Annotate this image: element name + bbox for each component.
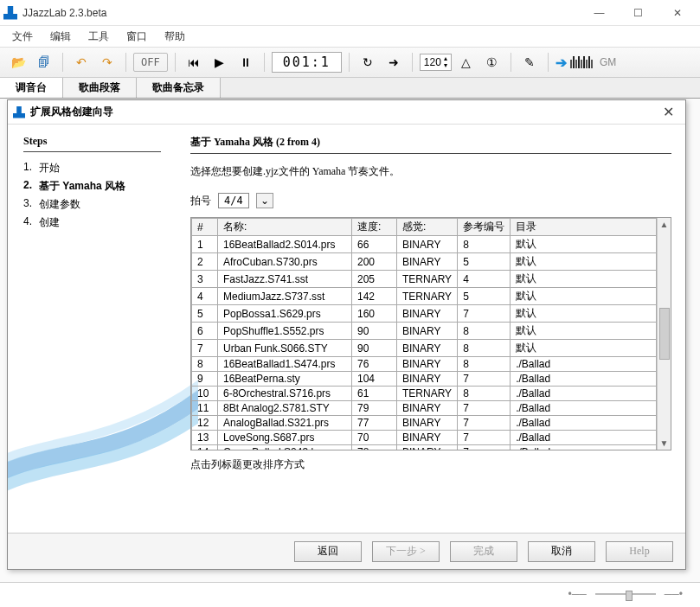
countin-icon[interactable]: ①	[481, 51, 504, 73]
pause-icon[interactable]: ⏸	[234, 51, 257, 73]
next-button[interactable]: 下一步 >	[372, 541, 440, 562]
zoom-out-icon[interactable]: •──	[568, 588, 587, 600]
table-row[interactable]: 14OrganBallad.S043.bcs78BINARY7./Ballad	[192, 445, 657, 450]
titlebar: JJazzLab 2.3.beta ― ☐ ✕	[0, 0, 700, 26]
keyboard-icon[interactable]	[570, 56, 593, 68]
steps-list: 1.开始2.基于 Yamaha 风格3.创建参数4.创建	[23, 159, 161, 232]
menu-file[interactable]: 文件	[5, 28, 40, 46]
timesig-label: 拍号	[190, 194, 211, 208]
midi-out-arrow-icon: ➔	[556, 54, 567, 71]
table-row[interactable]: 5PopBossa1.S629.prs160BINARY7默认	[192, 305, 657, 323]
table-row[interactable]: 816BeatBallad1.S474.prs76BINARY8./Ballad	[192, 357, 657, 372]
table-row[interactable]: 2AfroCuban.S730.prs200BINARY5默认	[192, 253, 657, 271]
table-row[interactable]: 7Urban Funk.S066.STY90BINARY8默认	[192, 340, 657, 357]
table-row[interactable]: 916BeatPerna.sty104BINARY7./Ballad	[192, 372, 657, 387]
wizard-step[interactable]: 2.基于 Yamaha 风格	[23, 177, 161, 195]
steps-heading: Steps	[23, 135, 161, 148]
wizard-step[interactable]: 4.创建	[23, 214, 161, 232]
cancel-button[interactable]: 取消	[528, 541, 595, 562]
scroll-up-icon[interactable]: ▲	[660, 220, 669, 229]
table-scrollbar[interactable]: ▲ ▼	[657, 218, 671, 450]
dialog-close-icon[interactable]: ✕	[656, 104, 680, 120]
menu-window[interactable]: 窗口	[119, 28, 154, 46]
finish-button[interactable]: 完成	[450, 541, 517, 562]
open-icon[interactable]: 📂	[7, 51, 29, 73]
table-row[interactable]: 106-8Orchestral.S716.prs61TERNARY8./Ball…	[192, 387, 657, 401]
decorative-swoosh	[8, 351, 198, 507]
zoom-slider[interactable]	[595, 593, 656, 595]
timesig-value[interactable]: 4/4	[218, 193, 249, 208]
tab-songparts[interactable]: 歌曲段落	[63, 78, 137, 98]
tempo-field[interactable]: 120▴▾	[420, 54, 452, 71]
table-row[interactable]: 12AnalogBallad.S321.prs77BINARY7./Ballad	[192, 416, 657, 431]
metronome-icon[interactable]: △	[455, 51, 478, 73]
tab-mixer[interactable]: 调音台	[0, 78, 63, 98]
col-tempo[interactable]: 速度:	[352, 219, 397, 236]
close-button[interactable]: ✕	[658, 0, 697, 26]
gm-label: GM	[600, 56, 616, 68]
wizard-content: 基于 Yamaha 风格 (2 from 4) 选择您想要创建.yjz文件的 Y…	[177, 125, 685, 533]
table-row[interactable]: 118Bt Analog2.S781.STY79BINARY7./Ballad	[192, 401, 657, 416]
col-ref[interactable]: 参考编号	[458, 219, 511, 236]
save-icon[interactable]: 🗐	[33, 51, 55, 73]
wizard-dialog: 扩展风格创建向导 ✕ Steps 1.开始2.基于 Yamaha 风格3.创建参…	[7, 99, 686, 570]
col-name[interactable]: 名称:	[218, 219, 352, 236]
styles-table-container: # 名称: 速度: 感觉: 参考编号 目录 116BeatBallad2.S01…	[190, 217, 671, 450]
table-row[interactable]: 6PopShuffle1.S552.prs90BINARY8默认	[192, 323, 657, 340]
play-icon[interactable]: ▶	[209, 51, 231, 73]
edit-icon[interactable]: ✎	[518, 51, 541, 73]
col-index[interactable]: #	[192, 219, 218, 236]
maximize-button[interactable]: ☐	[619, 0, 658, 26]
timesig-dropdown-icon[interactable]: ⌄	[256, 193, 273, 208]
scroll-down-icon[interactable]: ▼	[660, 438, 669, 448]
table-row[interactable]: 4MediumJazz.S737.sst142TERNARY5默认	[192, 288, 657, 305]
editor-tabs: 调音台 歌曲段落 歌曲备忘录	[0, 78, 700, 99]
menu-help[interactable]: 帮助	[157, 28, 192, 46]
dialog-buttons: 返回 下一步 > 完成 取消 Help	[8, 533, 685, 569]
menubar: 文件 编辑 工具 窗口 帮助	[0, 26, 700, 47]
minimize-button[interactable]: ―	[580, 0, 619, 26]
styles-table[interactable]: # 名称: 速度: 感觉: 参考编号 目录 116BeatBallad2.S01…	[191, 218, 657, 450]
app-icon	[3, 6, 17, 20]
wizard-step[interactable]: 3.创建参数	[23, 195, 161, 214]
help-button[interactable]: Help	[606, 541, 673, 562]
redo-icon[interactable]: ↷	[96, 51, 119, 73]
window-title: JJazzLab 2.3.beta	[22, 7, 580, 19]
off-button[interactable]: OFF	[133, 53, 168, 72]
content-description: 选择您想要创建.yjz文件的 Yamaha 节奏文件。	[190, 164, 671, 179]
menu-edit[interactable]: 编辑	[43, 28, 78, 46]
loop-icon[interactable]: ↻	[356, 51, 379, 73]
table-row[interactable]: 116BeatBallad2.S014.prs66BINARY8默认	[192, 236, 657, 253]
tab-memo[interactable]: 歌曲备忘录	[137, 78, 221, 98]
dialog-title: 扩展风格创建向导	[30, 105, 656, 119]
col-feel[interactable]: 感觉:	[397, 219, 458, 236]
song-position: 001:1	[272, 52, 342, 73]
sort-hint: 点击列标题更改排序方式	[190, 457, 671, 472]
content-heading: 基于 Yamaha 风格 (2 from 4)	[190, 135, 671, 150]
wizard-sidebar: Steps 1.开始2.基于 Yamaha 风格3.创建参数4.创建	[8, 125, 177, 533]
undo-icon[interactable]: ↶	[70, 51, 93, 73]
dialog-titlebar: 扩展风格创建向导 ✕	[8, 100, 685, 125]
statusbar: •── ──•	[0, 583, 700, 605]
zoom-in-icon[interactable]: ──•	[665, 588, 683, 600]
col-dir[interactable]: 目录	[511, 219, 657, 236]
scroll-thumb[interactable]	[659, 308, 670, 360]
back-button[interactable]: 返回	[294, 541, 362, 562]
rewind-icon[interactable]: ⏮	[183, 51, 205, 73]
table-row[interactable]: 3FastJazz.S741.sst205TERNARY4默认	[192, 271, 657, 288]
wizard-step[interactable]: 1.开始	[23, 159, 161, 177]
dialog-icon	[13, 106, 25, 118]
menu-tools[interactable]: 工具	[81, 28, 116, 46]
table-row[interactable]: 13LoveSong.S687.prs70BINARY7./Ballad	[192, 431, 657, 445]
toolbar: 📂 🗐 ↶ ↷ OFF ⏮ ▶ ⏸ 001:1 ↻ ➜ 120▴▾ △ ① ✎ …	[0, 47, 700, 78]
forward-icon[interactable]: ➜	[382, 51, 405, 73]
table-header-row[interactable]: # 名称: 速度: 感觉: 参考编号 目录	[192, 219, 657, 236]
